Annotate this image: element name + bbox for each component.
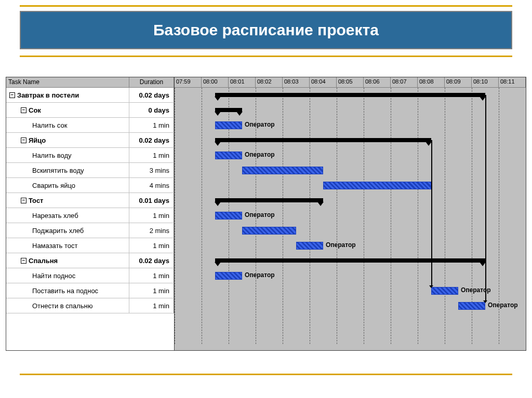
collapse-icon[interactable]: − (9, 92, 15, 98)
task-name-cell[interactable]: Поставить на поднос (6, 283, 129, 298)
collapse-icon[interactable]: − (21, 107, 26, 113)
task-duration-cell[interactable]: 1 min (129, 148, 174, 162)
table-row[interactable]: Отнести в спальню1 min (6, 298, 174, 313)
table-row[interactable]: Намазать тост1 min (6, 238, 174, 253)
task-resource-label: Оператор (245, 151, 275, 158)
table-row[interactable]: Найти поднос1 min (6, 268, 174, 283)
task-bar[interactable]: Оператор (431, 287, 458, 295)
task-duration-cell[interactable]: 1 min (129, 298, 174, 313)
task-duration-cell[interactable]: 1 min (129, 118, 174, 132)
gantt-row: Оператор (175, 208, 526, 223)
collapse-icon[interactable]: − (21, 138, 26, 143)
gantt-row: Оператор (175, 298, 526, 313)
task-duration-cell[interactable]: 3 mins (129, 163, 174, 177)
col-header-duration[interactable]: Duration (129, 77, 174, 87)
table-row[interactable]: −Завтрак в постели0.02 days (6, 88, 174, 103)
task-name-text: Поставить на поднос (32, 287, 98, 295)
task-name-text: Сварить яйцо (32, 182, 75, 189)
task-duration-cell[interactable]: 1 min (129, 208, 174, 223)
task-bar[interactable]: Оператор (215, 212, 242, 219)
task-name-cell[interactable]: Нарезать хлеб (6, 208, 129, 223)
task-table: Task Name Duration −Завтрак в постели0.0… (6, 77, 175, 350)
task-bar[interactable]: Оператор (296, 242, 323, 250)
table-row[interactable]: −Сок0 days (6, 103, 174, 118)
task-name-cell[interactable]: Найти поднос (6, 268, 129, 283)
gantt-row (175, 178, 526, 193)
timeline-tick: 08:07 (391, 77, 418, 87)
timeline-header: 07:5908:0008:0108:0208:0308:0408:0508:06… (175, 77, 526, 88)
gantt-row (175, 103, 526, 118)
task-name-cell[interactable]: −Спальня (6, 253, 129, 268)
task-name-cell[interactable]: Намазать тост (6, 238, 129, 253)
table-row[interactable]: Сварить яйцо4 mins (6, 178, 174, 193)
task-name-cell[interactable]: −Тост (6, 193, 129, 208)
col-header-name[interactable]: Task Name (6, 77, 129, 87)
task-duration-cell[interactable]: 2 mins (129, 223, 174, 238)
timeline-tick: 08:10 (472, 77, 499, 87)
task-duration-cell[interactable]: 1 min (129, 268, 174, 283)
task-bar[interactable]: Оператор (215, 152, 242, 159)
summary-bar[interactable] (215, 93, 485, 97)
task-name-text: Намазать тост (32, 242, 77, 250)
task-bar[interactable] (242, 227, 296, 235)
timeline-tick: 08:00 (202, 77, 229, 87)
task-bar[interactable]: Оператор (215, 272, 242, 280)
task-duration-cell[interactable]: 1 min (129, 238, 174, 253)
task-name-cell[interactable]: Налить сок (6, 118, 129, 132)
task-bar[interactable]: Оператор (458, 302, 485, 310)
bottom-rule (20, 374, 512, 375)
task-bar[interactable] (242, 167, 323, 174)
table-row[interactable]: −Тост0.01 days (6, 193, 174, 208)
gantt-row: Оператор (175, 268, 526, 283)
timeline-tick: 08:05 (337, 77, 364, 87)
collapse-icon[interactable]: − (21, 198, 26, 203)
summary-bar[interactable] (215, 198, 323, 202)
table-row[interactable]: Поставить на поднос1 min (6, 283, 174, 298)
table-row[interactable]: Нарезать хлеб1 min (6, 208, 174, 223)
task-name-cell[interactable]: Отнести в спальню (6, 298, 129, 313)
table-row[interactable]: Вскипятить воду3 mins (6, 163, 174, 178)
task-name-cell[interactable]: −Яйцо (6, 133, 129, 147)
timeline-tick: 08:03 (283, 77, 310, 87)
table-row[interactable]: −Яйцо0.02 days (6, 133, 174, 148)
task-name-cell[interactable]: −Сок (6, 103, 129, 117)
task-duration-cell[interactable]: 0.02 days (129, 88, 174, 102)
task-name-cell[interactable]: Налить воду (6, 148, 129, 162)
task-duration-cell[interactable]: 0 days (129, 103, 174, 117)
task-duration-cell[interactable]: 0.01 days (129, 193, 174, 208)
task-bar[interactable]: Оператор (215, 121, 242, 129)
task-name-text: Завтрак в постели (17, 91, 79, 99)
task-duration-cell[interactable]: 0.02 days (129, 133, 174, 147)
task-name-text: Поджарить хлеб (32, 227, 84, 235)
timeline-tick: 08:06 (364, 77, 391, 87)
task-duration-cell[interactable]: 0.02 days (129, 253, 174, 268)
task-name-text: Найти поднос (32, 272, 75, 280)
task-name-text: Тост (29, 197, 44, 204)
summary-bar[interactable] (215, 108, 242, 112)
timeline-tick: 08:11 (499, 77, 526, 87)
summary-bar[interactable] (215, 258, 485, 263)
table-row[interactable]: Поджарить хлеб2 mins (6, 223, 174, 238)
task-duration-cell[interactable]: 1 min (129, 283, 174, 298)
task-name-cell[interactable]: Вскипятить воду (6, 163, 129, 177)
task-resource-label: Оператор (326, 241, 356, 249)
task-duration-cell[interactable]: 4 mins (129, 178, 174, 193)
timeline-tick: 08:04 (310, 77, 337, 87)
table-row[interactable]: −Спальня0.02 days (6, 253, 174, 268)
table-row[interactable]: Налить воду1 min (6, 148, 174, 163)
gantt-body[interactable]: ОператорОператорОператорОператорОператор… (175, 88, 526, 344)
task-name-text: Налить воду (32, 152, 72, 159)
task-name-text: Сок (29, 106, 41, 114)
task-name-cell[interactable]: −Завтрак в постели (6, 88, 129, 102)
summary-bar[interactable] (215, 138, 431, 142)
gantt-row (175, 223, 526, 238)
task-resource-label: Оператор (245, 211, 275, 218)
table-row[interactable]: Налить сок1 min (6, 118, 174, 133)
timeline-tick: 08:09 (445, 77, 472, 87)
gantt-pane[interactable]: 07:5908:0008:0108:0208:0308:0408:0508:06… (175, 77, 526, 350)
collapse-icon[interactable]: − (21, 258, 26, 264)
task-name-cell[interactable]: Поджарить хлеб (6, 223, 129, 238)
task-name-cell[interactable]: Сварить яйцо (6, 178, 129, 193)
task-bar[interactable] (323, 182, 431, 189)
gantt-row: Оператор (175, 148, 526, 163)
